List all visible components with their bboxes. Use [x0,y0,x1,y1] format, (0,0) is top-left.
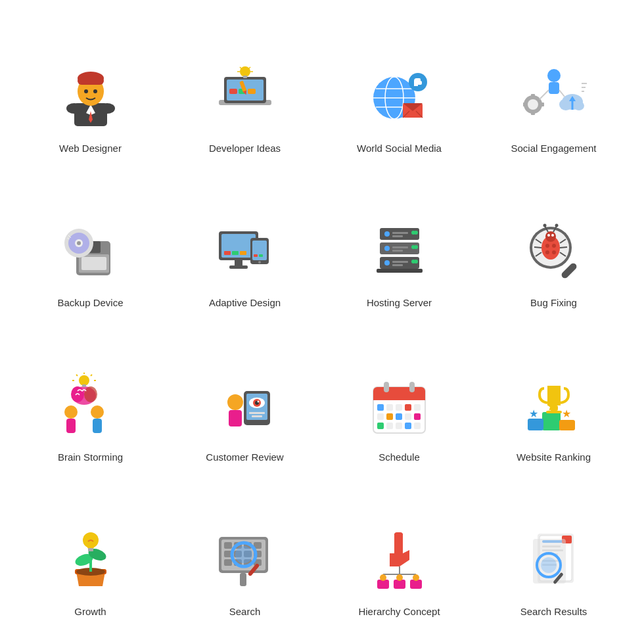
svg-point-204 [413,574,419,581]
svg-point-60 [77,241,81,245]
card-world-social-media: World Social Media [322,13,476,168]
svg-line-107 [560,247,567,248]
svg-point-122 [79,375,89,386]
svg-rect-154 [377,423,384,429]
svg-point-112 [555,223,558,227]
svg-rect-158 [414,423,421,429]
backup-device-label: Backup Device [57,296,123,310]
svg-rect-156 [396,423,402,429]
growth-label: Growth [74,605,106,618]
svg-point-113 [547,234,550,237]
svg-rect-148 [414,404,421,411]
svg-point-200 [380,574,386,581]
website-ranking-icon: ★ ★ ★ [518,369,590,442]
card-social-engagement: Social Engagement [476,13,631,168]
svg-point-9 [99,103,115,114]
svg-rect-79 [392,232,408,234]
svg-rect-146 [396,404,402,411]
svg-point-102 [552,250,556,254]
social-engagement-icon [518,60,590,133]
svg-rect-150 [386,413,393,420]
svg-point-216 [541,557,557,573]
search-icon [209,524,281,596]
adaptive-design-label: Adaptive Design [209,296,281,310]
bug-fixing-icon [518,215,590,287]
svg-rect-118 [93,419,102,433]
growth-icon [55,524,127,596]
hierarchy-concept-label: Hierarchy Concept [358,605,440,618]
svg-rect-157 [405,423,411,429]
hosting-server-icon [363,215,436,287]
web-designer-icon [55,60,127,133]
svg-rect-56 [81,257,106,270]
svg-point-100 [552,244,556,248]
svg-point-34 [547,69,561,82]
svg-point-136 [257,400,259,402]
web-designer-label: Web Designer [59,142,122,155]
svg-point-115 [64,405,78,419]
customer-review-icon [209,369,281,442]
hierarchy-concept-icon [363,524,436,596]
card-web-designer: Web Designer [13,13,168,168]
svg-point-37 [528,99,538,110]
svg-rect-85 [392,250,403,252]
svg-line-21 [248,67,250,69]
svg-rect-184 [224,559,232,566]
card-bug-fixing: Bug Fixing [476,168,631,322]
svg-rect-19 [243,76,247,78]
schedule-label: Schedule [379,451,420,464]
svg-rect-116 [66,419,76,433]
svg-rect-199 [377,580,389,589]
card-hosting-server: Hosting Server [322,168,476,322]
svg-point-7 [93,89,97,93]
svg-rect-137 [249,412,265,414]
svg-rect-90 [392,264,403,266]
customer-review-label: Customer Review [206,451,283,464]
svg-rect-84 [392,246,408,248]
svg-rect-41 [541,103,544,106]
svg-rect-89 [392,261,408,263]
card-adaptive-design: Adaptive Design [168,168,322,322]
svg-point-8 [66,103,82,114]
svg-rect-176 [224,542,232,549]
developer-ideas-label: Developer Ideas [209,142,281,155]
svg-rect-40 [523,103,526,106]
svg-rect-38 [531,94,535,97]
brain-storming-icon [55,369,127,442]
svg-rect-66 [229,265,248,269]
adaptive-design-icon [209,215,281,287]
card-schedule: Schedule [322,322,476,476]
card-brain-storming: Brain Storming [13,322,168,476]
svg-line-125 [91,375,92,376]
svg-rect-72 [254,254,258,257]
search-results-label: Search Results [520,605,587,618]
world-social-media-icon [363,60,436,133]
backup-device-icon [55,215,127,287]
svg-rect-147 [405,404,411,411]
card-backup-device: Backup Device [13,168,168,322]
svg-rect-143 [409,382,415,392]
svg-rect-201 [394,580,405,589]
svg-rect-5 [78,77,104,85]
search-label: Search [229,605,261,618]
svg-rect-155 [386,423,393,429]
svg-rect-39 [531,112,535,115]
svg-rect-203 [410,580,422,589]
card-search: Search [168,476,322,631]
svg-line-48 [559,90,564,97]
brain-storming-label: Brain Storming [58,451,123,464]
svg-rect-68 [232,251,239,255]
svg-point-117 [91,405,104,419]
svg-rect-142 [384,382,389,392]
svg-rect-71 [252,241,267,260]
card-website-ranking: ★ ★ ★ Website Ranking [476,322,631,476]
svg-line-20 [240,67,242,69]
svg-rect-161 [559,420,575,430]
svg-line-104 [534,247,541,248]
svg-rect-152 [405,413,411,420]
svg-rect-15 [248,89,256,94]
svg-point-98 [545,231,556,242]
svg-rect-160 [528,419,543,430]
developer-ideas-icon [209,60,281,133]
svg-rect-13 [229,89,237,94]
